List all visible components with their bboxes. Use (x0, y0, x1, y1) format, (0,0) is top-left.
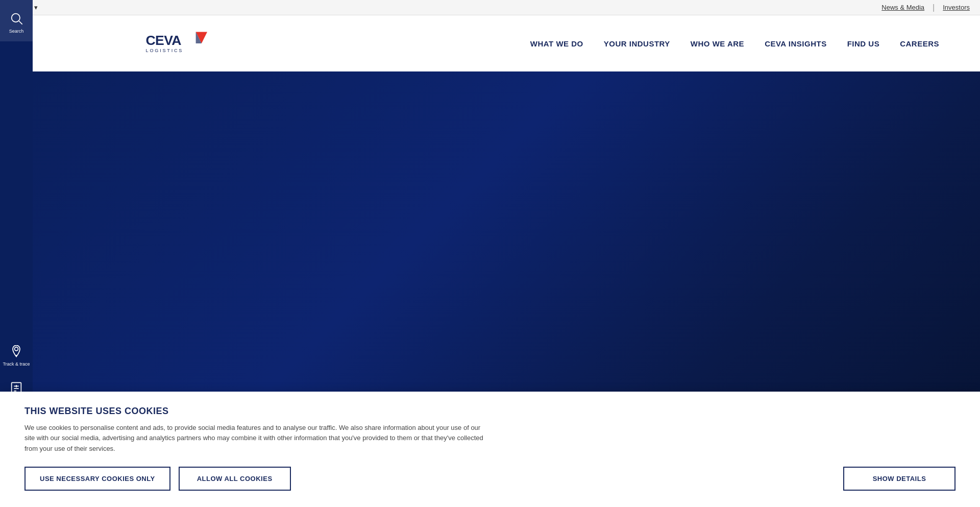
nav-ceva-insights[interactable]: CEVA INSIGHTS (765, 39, 827, 48)
top-bar-links: News & Media | Investors (881, 3, 970, 12)
sidebar-item-track-trace[interactable]: Track & trace (0, 337, 33, 374)
nav-find-us[interactable]: FIND US (847, 39, 880, 48)
svg-text:CEVA: CEVA (146, 33, 182, 48)
track-trace-icon (9, 344, 23, 358)
cookie-title: THIS WEBSITE USES COOKIES (24, 406, 955, 417)
nav-careers[interactable]: CAREERS (900, 39, 939, 48)
cookie-text: We use cookies to personalise content an… (24, 423, 484, 454)
svg-point-2 (15, 347, 18, 351)
nav-what-we-do[interactable]: WHAT WE DO (530, 39, 583, 48)
sidebar-search-label: Search (9, 29, 24, 34)
header: CEVA LOGISTICS WHAT WE DO YOUR INDUSTRY … (0, 15, 980, 71)
cookie-banner: THIS WEBSITE USES COOKIES We use cookies… (0, 392, 980, 507)
main-nav: WHAT WE DO YOUR INDUSTRY WHO WE ARE CEVA… (530, 39, 939, 48)
svg-text:LOGISTICS: LOGISTICS (146, 48, 184, 53)
language-arrow: ▾ (34, 4, 38, 11)
nav-your-industry[interactable]: YOUR INDUSTRY (604, 39, 670, 48)
top-bar: English ▾ News & Media | Investors (0, 0, 980, 15)
sidebar-item-search[interactable]: Search (0, 0, 33, 41)
allow-all-cookies-button[interactable]: ALLOW ALL COOKIES (179, 467, 291, 491)
search-icon (9, 11, 23, 26)
cookie-buttons: USE NECESSARY COOKIES ONLY ALLOW ALL COO… (24, 467, 955, 491)
top-bar-divider: | (933, 3, 935, 12)
news-media-link[interactable]: News & Media (881, 4, 924, 11)
sidebar-track-trace-label: Track & trace (3, 361, 30, 367)
show-details-button[interactable]: SHOW DETAILS (843, 467, 955, 491)
nav-who-we-are[interactable]: WHO WE ARE (691, 39, 744, 48)
svg-point-3 (16, 355, 17, 356)
svg-line-1 (19, 21, 22, 24)
svg-point-0 (12, 14, 20, 22)
ceva-logo[interactable]: CEVA LOGISTICS (143, 26, 214, 61)
investors-link[interactable]: Investors (943, 4, 970, 11)
logo-area[interactable]: CEVA LOGISTICS (143, 26, 214, 61)
use-necessary-cookies-button[interactable]: USE NECESSARY COOKIES ONLY (24, 467, 170, 491)
